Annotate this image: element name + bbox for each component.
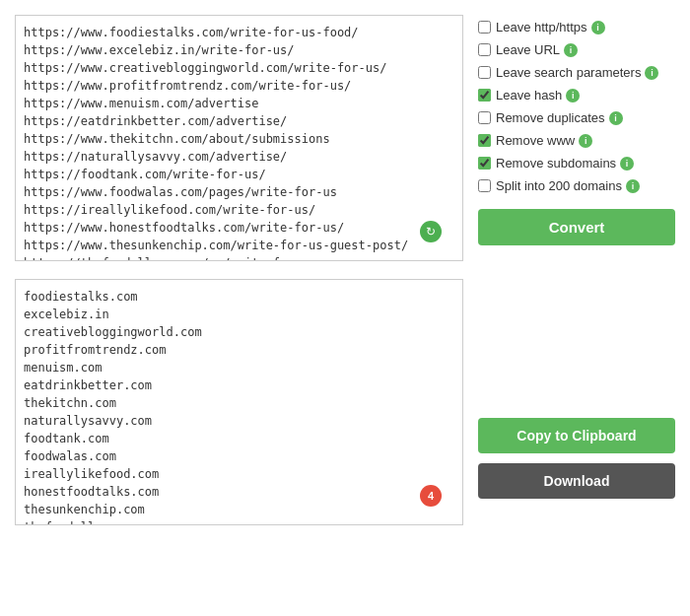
output-textarea-wrapper: 4 (15, 279, 463, 528)
input-textarea-wrapper: ↻ (15, 15, 463, 264)
input-textarea[interactable] (15, 15, 463, 261)
label-leave_url[interactable]: Leave URL i (496, 42, 578, 57)
checkbox-leave_hash[interactable] (478, 89, 491, 102)
main-layout: ↻ 4 Leave http/https iLeave URL iLeave s… (15, 15, 675, 528)
refresh-button[interactable]: ↻ (420, 221, 442, 242)
checkbox-item-leave_hash: Leave hash i (478, 88, 675, 103)
refresh-icon: ↻ (426, 225, 436, 239)
label-remove_duplicates[interactable]: Remove duplicates i (496, 110, 623, 125)
checkbox-item-leave_http: Leave http/https i (478, 20, 675, 34)
convert-button[interactable]: Convert (478, 209, 675, 245)
checkbox-leave_http[interactable] (478, 21, 491, 34)
label-leave_http[interactable]: Leave http/https i (496, 20, 605, 34)
checkbox-leave_search[interactable] (478, 66, 491, 79)
label-remove_www[interactable]: Remove www i (496, 133, 592, 148)
checkbox-remove_duplicates[interactable] (478, 111, 491, 124)
copy-to-clipboard-button[interactable]: Copy to Clipboard (478, 418, 675, 453)
info-icon-leave_url[interactable]: i (564, 43, 578, 57)
checkbox-remove_subdomains[interactable] (478, 157, 491, 170)
info-icon-remove_www[interactable]: i (579, 134, 592, 148)
checkbox-item-split_200: Split into 200 domains i (478, 178, 675, 193)
info-icon-remove_subdomains[interactable]: i (620, 157, 634, 171)
info-icon-leave_search[interactable]: i (645, 66, 658, 80)
info-icon-remove_duplicates[interactable]: i (609, 111, 623, 125)
badge-number: 4 (428, 490, 434, 502)
checkbox-item-leave_url: Leave URL i (478, 42, 675, 57)
label-leave_hash[interactable]: Leave hash i (496, 88, 580, 103)
checkbox-leave_url[interactable] (478, 43, 491, 56)
checkbox-item-remove_duplicates: Remove duplicates i (478, 110, 675, 125)
checkbox-split_200[interactable] (478, 179, 491, 192)
bottom-buttons: Copy to Clipboard Download (478, 418, 675, 499)
checkbox-remove_www[interactable] (478, 134, 491, 147)
left-panel: ↻ 4 (15, 15, 463, 528)
checkbox-item-remove_www: Remove www i (478, 133, 675, 148)
badge-button[interactable]: 4 (420, 485, 442, 507)
label-leave_search[interactable]: Leave search parameters i (496, 65, 658, 80)
right-panel: Leave http/https iLeave URL iLeave searc… (478, 15, 675, 528)
checkbox-item-remove_subdomains: Remove subdomains i (478, 156, 675, 171)
info-icon-split_200[interactable]: i (626, 179, 640, 193)
label-split_200[interactable]: Split into 200 domains i (496, 178, 640, 193)
info-icon-leave_hash[interactable]: i (566, 89, 580, 103)
info-icon-leave_http[interactable]: i (591, 21, 605, 34)
checkbox-item-leave_search: Leave search parameters i (478, 65, 675, 80)
label-remove_subdomains[interactable]: Remove subdomains i (496, 156, 634, 171)
output-textarea[interactable] (15, 279, 463, 525)
download-button[interactable]: Download (478, 463, 675, 499)
options-container: Leave http/https iLeave URL iLeave searc… (478, 20, 675, 201)
